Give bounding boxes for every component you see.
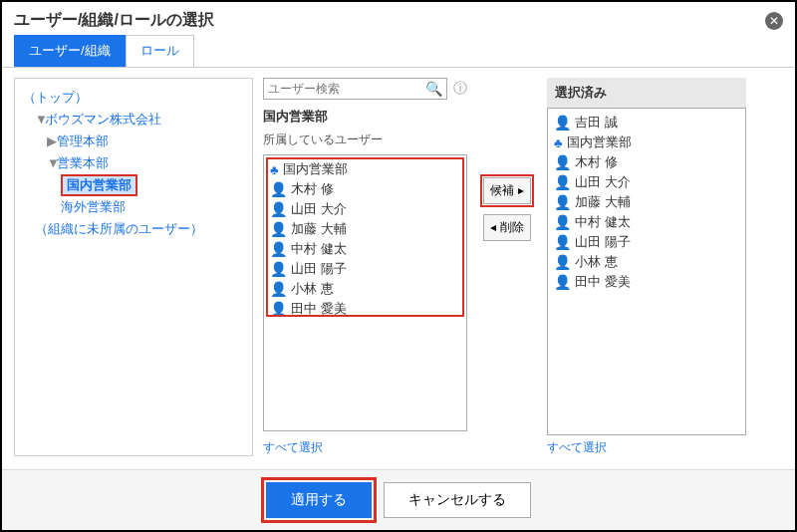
user-icon: 👤 — [554, 254, 571, 270]
user-icon: 👤 — [554, 154, 571, 170]
search-input[interactable] — [268, 82, 425, 96]
select-all-center[interactable]: すべて選択 — [263, 439, 467, 456]
user-icon: 👤 — [554, 234, 571, 250]
apply-button[interactable]: 適用する — [266, 482, 372, 518]
user-icon: 👤 — [270, 201, 287, 217]
caret-down-icon: ▼ — [47, 155, 57, 170]
cancel-button[interactable]: キャンセルする — [384, 482, 531, 518]
tree-dept-domestic[interactable]: 国内営業部 — [61, 174, 137, 196]
list-item[interactable]: 👤山田 陽子 — [268, 259, 462, 279]
dialog-footer: 適用する キャンセルする — [2, 469, 795, 530]
org-icon: ♣ — [270, 162, 279, 177]
list-item[interactable]: 👤吉田 誠 — [552, 113, 741, 133]
user-icon: 👤 — [270, 221, 287, 237]
list-item[interactable]: 👤中村 健太 — [268, 239, 462, 259]
list-item[interactable]: 👤加藤 大輔 — [268, 219, 462, 239]
list-item[interactable]: 👤山田 陽子 — [552, 232, 741, 252]
selected-header: 選択済み — [547, 78, 746, 108]
list-item[interactable]: 👤山田 大介 — [552, 172, 741, 192]
user-icon: 👤 — [270, 261, 287, 277]
user-icon: 👤 — [270, 181, 287, 197]
caret-right-icon: ▶ — [47, 133, 57, 148]
tree-dept-overseas[interactable]: 海外営業部 — [23, 196, 244, 218]
user-icon: 👤 — [554, 214, 571, 230]
search-icon[interactable]: 🔍 — [425, 81, 442, 97]
list-item[interactable]: ♣国内営業部 — [268, 159, 462, 179]
list-item[interactable]: ♣国内営業部 — [552, 133, 741, 152]
list-item[interactable]: 👤田中 愛美 — [552, 272, 741, 292]
select-all-right[interactable]: すべて選択 — [547, 439, 746, 456]
dialog-header: ユーザー/組織/ロールの選択 ✕ — [2, 2, 795, 35]
selected-list: 👤吉田 誠 ♣国内営業部 👤木村 修 👤山田 大介 👤加藤 大輔 👤中村 健太 … — [547, 108, 746, 435]
list-item[interactable]: 👤加藤 大輔 — [552, 192, 741, 212]
org-icon: ♣ — [554, 135, 563, 150]
tab-user-org[interactable]: ユーザー/組織 — [14, 35, 126, 67]
dept-title: 国内営業部 — [263, 108, 467, 126]
user-icon: 👤 — [270, 241, 287, 257]
user-icon: 👤 — [554, 115, 571, 131]
sub-label: 所属しているユーザー — [263, 132, 467, 148]
search-box: 🔍 — [263, 78, 447, 100]
list-item[interactable]: 👤木村 修 — [268, 179, 462, 199]
remove-button[interactable]: ◂ 削除 — [483, 214, 530, 241]
tree-unassigned[interactable]: （組織に未所属のユーザー） — [23, 218, 244, 240]
list-item[interactable]: 👤木村 修 — [552, 152, 741, 172]
tab-role[interactable]: ロール — [126, 35, 194, 67]
dialog-title: ユーザー/組織/ロールの選択 — [14, 10, 214, 31]
info-icon[interactable]: ⓘ — [453, 80, 467, 98]
user-icon: 👤 — [554, 174, 571, 190]
user-list-panel: 🔍 ⓘ 国内営業部 所属しているユーザー ♣国内営業部 👤木村 修 👤山田 大介… — [263, 78, 467, 456]
tree-company[interactable]: ▼ボウズマン株式会社 — [23, 109, 244, 131]
selected-panel: 選択済み 👤吉田 誠 ♣国内営業部 👤木村 修 👤山田 大介 👤加藤 大輔 👤中… — [547, 78, 746, 456]
main-area: （トップ） ▼ボウズマン株式会社 ▶管理本部 ▼営業本部 国内営業部 海外営業部… — [2, 68, 795, 466]
add-button[interactable]: 候補 ▸ — [483, 177, 530, 204]
list-item[interactable]: 👤山田 大介 — [268, 199, 462, 219]
user-icon: 👤 — [554, 194, 571, 210]
tab-bar: ユーザー/組織 ロール — [2, 35, 795, 68]
search-row: 🔍 ⓘ — [263, 78, 467, 100]
user-icon: 👤 — [554, 274, 571, 290]
list-item[interactable]: 👤小林 恵 — [552, 252, 741, 272]
tree-top[interactable]: （トップ） — [23, 87, 244, 109]
user-icon: 👤 — [270, 281, 287, 297]
caret-down-icon: ▼ — [35, 112, 45, 127]
close-icon[interactable]: ✕ — [765, 12, 783, 30]
user-list: ♣国内営業部 👤木村 修 👤山田 大介 👤加藤 大輔 👤中村 健太 👤山田 陽子… — [263, 154, 467, 431]
list-item[interactable]: 👤田中 愛美 — [268, 299, 462, 319]
dialog: ユーザー/組織/ロールの選択 ✕ ユーザー/組織 ロール （トップ） ▼ボウズマ… — [0, 0, 797, 532]
user-icon: 👤 — [270, 301, 287, 317]
list-item[interactable]: 👤中村 健太 — [552, 212, 741, 232]
org-tree: （トップ） ▼ボウズマン株式会社 ▶管理本部 ▼営業本部 国内営業部 海外営業部… — [14, 78, 253, 456]
ops-column: 候補 ▸ ◂ 削除 — [477, 78, 537, 456]
tree-dept-sales[interactable]: ▼営業本部 — [23, 152, 244, 174]
list-item[interactable]: 👤小林 恵 — [268, 279, 462, 299]
tree-dept-admin[interactable]: ▶管理本部 — [23, 131, 244, 152]
